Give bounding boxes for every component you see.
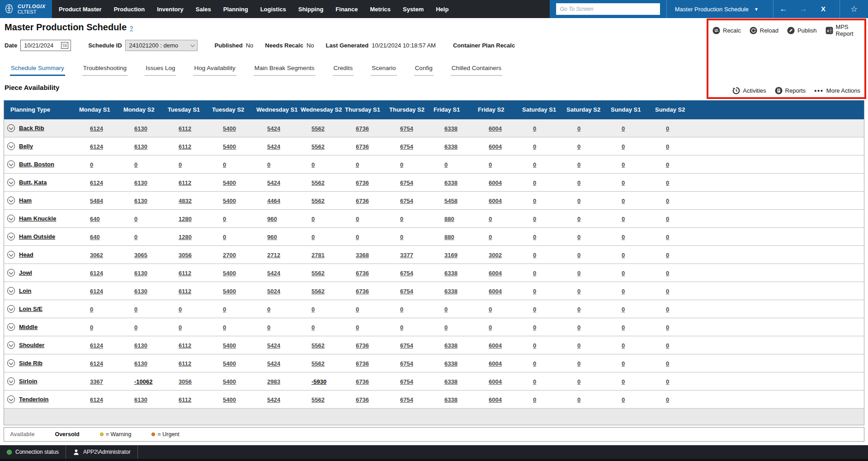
column-header-saturday-s1[interactable]: Saturday S1 (521, 100, 566, 119)
menu-item-inventory[interactable]: Inventory (157, 6, 184, 13)
tab-scenario[interactable]: Scenario (371, 65, 396, 76)
more-actions-button[interactable]: ••• More Actions (814, 87, 860, 94)
expand-chevron-icon[interactable] (7, 323, 15, 331)
reload-button[interactable]: Reload (750, 27, 778, 34)
expand-chevron-icon[interactable] (7, 142, 15, 150)
availability-value-link[interactable]: 0 (622, 179, 625, 186)
planning-type-link[interactable]: Ham Knuckle (19, 215, 56, 222)
availability-value-link[interactable]: 0 (533, 324, 536, 331)
column-header-planning-type[interactable]: Planning Type (4, 100, 78, 119)
availability-value-link[interactable]: 6124 (90, 396, 103, 403)
availability-value-link[interactable]: 3169 (444, 252, 458, 259)
availability-value-link[interactable]: 0 (356, 216, 359, 222)
availability-value-link[interactable]: 0 (666, 270, 669, 277)
availability-value-link[interactable]: 5484 (90, 198, 103, 204)
close-icon[interactable]: X (813, 0, 833, 18)
availability-value-link[interactable]: 0 (622, 270, 625, 277)
availability-value-link[interactable]: 0 (666, 216, 669, 222)
availability-value-link[interactable]: 6736 (356, 179, 369, 186)
availability-value-link[interactable]: 5424 (267, 125, 280, 132)
availability-value-link[interactable]: 0 (489, 324, 492, 331)
column-header-thursday-s2[interactable]: Thursday S2 (388, 100, 433, 119)
availability-value-link[interactable]: 0 (489, 216, 492, 222)
availability-value-link[interactable]: 5400 (223, 288, 236, 295)
availability-value-link[interactable]: 6754 (400, 270, 413, 277)
availability-value-link[interactable]: 1280 (179, 216, 192, 222)
availability-value-link[interactable]: 0 (356, 161, 359, 168)
availability-value-link[interactable]: 6004 (489, 143, 502, 150)
availability-value-link[interactable]: 6736 (356, 270, 369, 277)
availability-value-link[interactable]: 6736 (356, 342, 369, 349)
availability-value-link[interactable]: 5424 (267, 342, 280, 349)
availability-value-link[interactable]: 0 (311, 216, 315, 222)
availability-value-link[interactable]: 6124 (90, 360, 103, 367)
availability-value-link[interactable]: 6112 (179, 270, 191, 277)
availability-value-link[interactable]: 5400 (223, 378, 236, 385)
availability-value-link[interactable]: 0 (134, 324, 137, 331)
availability-value-link[interactable]: 0 (533, 342, 536, 349)
availability-value-link[interactable]: 5562 (311, 396, 325, 403)
availability-value-link[interactable]: 3065 (134, 252, 147, 259)
availability-value-link[interactable]: 0 (577, 234, 580, 240)
availability-value-link[interactable]: 0 (444, 161, 448, 168)
availability-value-link[interactable]: 0 (134, 161, 137, 168)
column-header-sunday-s2[interactable]: Sunday S2 (654, 100, 698, 119)
availability-value-link[interactable]: 5400 (223, 198, 236, 204)
availability-value-link[interactable]: 5424 (267, 396, 280, 403)
availability-value-link[interactable]: 0 (179, 161, 182, 168)
planning-type-link[interactable]: Middle (19, 324, 38, 330)
menu-item-product-master[interactable]: Product Master (59, 6, 102, 13)
expand-chevron-icon[interactable] (7, 251, 15, 259)
availability-value-link[interactable]: 0 (577, 252, 580, 259)
availability-value-link[interactable]: 6112 (179, 396, 191, 403)
availability-value-link[interactable]: 6130 (134, 125, 147, 132)
menu-item-finance[interactable]: Finance (335, 6, 358, 13)
expand-chevron-icon[interactable] (7, 341, 15, 349)
planning-type-link[interactable]: Tenderloin (19, 396, 48, 403)
expand-chevron-icon[interactable] (7, 233, 15, 240)
availability-value-link[interactable]: 6004 (489, 179, 502, 186)
column-header-tuesday-s2[interactable]: Tuesday S2 (211, 100, 255, 119)
availability-value-link[interactable]: 0 (311, 324, 315, 331)
availability-value-link[interactable]: 0 (622, 252, 625, 259)
availability-value-link[interactable]: 0 (400, 161, 403, 168)
column-header-sunday-s1[interactable]: Sunday S1 (610, 100, 654, 119)
availability-value-link[interactable]: 960 (267, 234, 277, 240)
availability-value-link[interactable]: 0 (577, 378, 580, 385)
menu-item-production[interactable]: Production (114, 6, 145, 13)
availability-value-link[interactable]: 0 (267, 306, 270, 313)
favorite-star-icon[interactable]: ☆ (840, 0, 868, 18)
availability-value-link[interactable]: 0 (489, 306, 492, 313)
availability-value-link[interactable]: 0 (179, 324, 182, 331)
availability-value-link[interactable]: 0 (533, 234, 536, 240)
availability-value-link[interactable]: 6124 (90, 288, 103, 295)
availability-value-link[interactable]: 0 (577, 270, 580, 277)
planning-type-link[interactable]: Loin (19, 287, 31, 294)
availability-value-link[interactable]: 0 (577, 396, 580, 403)
availability-value-link[interactable]: 0 (622, 198, 625, 204)
column-header-monday-s2[interactable]: Monday S2 (123, 100, 167, 119)
planning-type-link[interactable]: Sirloin (19, 378, 37, 385)
expand-chevron-icon[interactable] (7, 359, 15, 367)
availability-value-link[interactable]: 5424 (267, 270, 280, 277)
availability-value-link[interactable]: 0 (577, 360, 580, 367)
availability-value-link[interactable]: 5562 (311, 270, 325, 277)
availability-value-link[interactable]: 0 (533, 360, 536, 367)
activities-button[interactable]: Activities (732, 87, 766, 94)
availability-value-link[interactable]: 3062 (90, 252, 103, 259)
availability-value-link[interactable]: 0 (622, 161, 625, 168)
availability-value-link[interactable]: 0 (533, 161, 536, 168)
availability-value-link[interactable]: 5562 (311, 125, 325, 132)
expand-chevron-icon[interactable] (7, 160, 15, 168)
availability-value-link[interactable]: 960 (267, 216, 277, 222)
availability-value-link[interactable]: 1280 (179, 234, 192, 240)
availability-value-link[interactable]: 0 (223, 216, 226, 222)
availability-value-link[interactable]: 6754 (400, 198, 413, 204)
expand-chevron-icon[interactable] (7, 197, 15, 204)
availability-value-link[interactable]: 0 (622, 125, 625, 132)
availability-value-link[interactable]: 0 (666, 396, 669, 403)
availability-value-link[interactable]: 6754 (400, 396, 413, 403)
availability-value-link[interactable]: 6124 (90, 179, 103, 186)
calendar-icon[interactable]: 15 (61, 42, 68, 49)
availability-value-link[interactable]: 6124 (90, 125, 103, 132)
